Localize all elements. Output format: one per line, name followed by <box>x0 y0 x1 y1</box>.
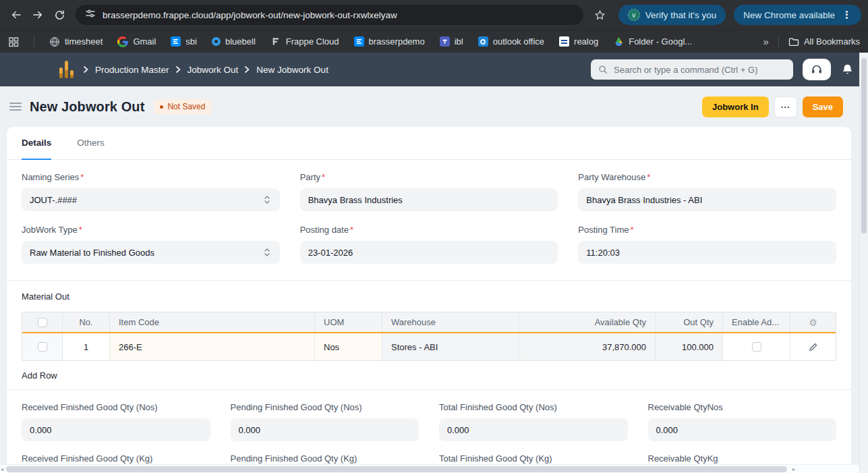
browser-menu-icon[interactable]: ⋮ <box>842 9 852 21</box>
vertical-scrollbar-thumb[interactable] <box>861 58 867 233</box>
horizontal-scrollbar-thumb[interactable] <box>6 466 787 472</box>
globe-icon <box>49 36 60 47</box>
bookmark-gmail[interactable]: Gmail <box>117 36 156 47</box>
bookmark-outlook[interactable]: outlook office <box>478 36 544 47</box>
col-warehouse: Warehouse <box>382 312 519 332</box>
vertical-scrollbar[interactable] <box>859 53 868 473</box>
breadcrumb-new-jobwork-out[interactable]: New Jobwork Out <box>256 65 328 75</box>
bookmark-brasserpdemo[interactable]: brasserpdemo <box>354 36 425 47</box>
update-label: New Chrome available <box>743 10 835 20</box>
chrome-update-button[interactable]: New Chrome available ⋮ <box>734 5 861 25</box>
col-out-qty: Out Qty <box>655 312 722 332</box>
sidebar-toggle-icon[interactable] <box>9 103 22 111</box>
app-logo[interactable] <box>59 61 74 78</box>
field-posting-date: Posting date* 23-01-2026 <box>300 225 558 264</box>
bookmarks-bar: timesheet Gmail sbi bluebell Frappe Clou… <box>0 30 868 53</box>
save-button[interactable]: Save <box>803 96 843 117</box>
required-marker: * <box>79 225 82 235</box>
posting-time-input[interactable]: 11:20:03 <box>578 241 836 264</box>
bookmark-timesheet[interactable]: timesheet <box>49 36 103 47</box>
realog-icon <box>559 36 569 47</box>
bookmarks-overflow-chevron[interactable]: » <box>763 36 769 47</box>
bookmark-realog[interactable]: realog <box>559 36 598 47</box>
bookmark-sbi[interactable]: sbi <box>171 36 197 47</box>
cell-warehouse[interactable]: Stores - ABI <box>382 333 519 360</box>
field-received-fg-nos: Received Finished Good Qty (Nos) 0.000 <box>22 402 210 441</box>
bookmark-label: timesheet <box>65 36 103 47</box>
breadcrumb-production-master[interactable]: Production Master <box>95 65 169 75</box>
teams-icon <box>440 36 450 47</box>
party-warehouse-input[interactable]: Bhavya Brass Industries - ABI <box>578 188 836 211</box>
required-marker: * <box>630 225 633 235</box>
apps-grid-icon[interactable] <box>8 36 19 47</box>
posting-date-input[interactable]: 23-01-2026 <box>300 241 558 264</box>
profile-avatar: v <box>628 9 640 21</box>
bookmark-star-icon[interactable] <box>590 9 610 21</box>
row-checkbox[interactable] <box>38 342 47 352</box>
page-title: New Jobwork Out <box>30 99 144 115</box>
cell-uom[interactable]: Nos <box>314 333 382 360</box>
breadcrumb-chevron-icon <box>175 65 181 74</box>
add-row-button[interactable]: Add Row <box>22 361 836 389</box>
party-input[interactable]: Bhavya Brass Industries <box>300 188 558 211</box>
cell-no[interactable]: 1 <box>62 333 109 360</box>
field-receivable-qty-nos: Receivable QtyNos 0.000 <box>648 402 837 441</box>
more-actions-button[interactable]: ... <box>774 96 797 117</box>
drive-icon <box>613 36 624 47</box>
bookmark-label: Frappe Cloud <box>286 36 339 47</box>
bookmark-label: realog <box>574 36 598 47</box>
cell-available-qty: 37,870.000 <box>519 333 655 360</box>
forward-icon[interactable] <box>28 5 47 24</box>
cell-item-code[interactable]: 266-E <box>109 333 314 360</box>
breadcrumb-chevron-icon <box>83 65 89 74</box>
select-all-checkbox[interactable] <box>38 318 47 327</box>
verify-button[interactable]: v Verify that it's you <box>618 5 726 25</box>
scroll-right-arrow-icon[interactable]: ▸ <box>792 466 795 472</box>
horizontal-scrollbar[interactable]: ◂ ▸ <box>0 464 859 473</box>
col-available-qty: Available Qty <box>519 312 655 332</box>
all-bookmarks-button[interactable]: All Bookmarks <box>788 36 860 47</box>
bookmark-label: sbi <box>185 36 197 47</box>
folder-icon <box>788 36 799 47</box>
col-item-code: Item Code <box>109 312 314 332</box>
required-marker: * <box>80 172 84 182</box>
bookmark-ibl[interactable]: ibl <box>440 36 463 47</box>
edit-row-icon[interactable] <box>808 342 818 352</box>
settings-gear-icon[interactable]: ⚙ <box>809 317 817 328</box>
field-pending-fg-nos: Pending Finished Good Qty (Nos) 0.000 <box>231 402 419 441</box>
browser-toolbar: brasserpdemo.frappe.cloud/app/jobwork-ou… <box>0 0 868 30</box>
tab-others[interactable]: Others <box>77 127 105 160</box>
table-header-row: No. Item Code UOM Warehouse Available Qt… <box>22 312 836 333</box>
notifications-bell-icon[interactable] <box>842 63 853 76</box>
address-bar[interactable]: brasserpdemo.frappe.cloud/app/jobwork-ou… <box>76 5 583 25</box>
scroll-left-arrow-icon[interactable]: ◂ <box>1 466 3 472</box>
enable-checkbox[interactable] <box>752 342 761 352</box>
breadcrumb-jobwork-out[interactable]: Jobwork Out <box>187 65 239 75</box>
material-out-label: Material Out <box>22 291 836 302</box>
tab-details[interactable]: Details <box>22 127 51 160</box>
divider <box>778 36 779 47</box>
col-uom: UOM <box>314 312 382 332</box>
required-marker: * <box>647 172 650 182</box>
cell-out-qty[interactable]: 100.000 <box>655 333 722 360</box>
verify-label: Verify that it's you <box>645 10 716 20</box>
total-fg-nos-input: 0.000 <box>439 418 628 441</box>
bookmark-google-folder[interactable]: Folder - Googl... <box>613 36 692 47</box>
erpnext-icon <box>171 36 181 47</box>
navbar-search-input[interactable]: Search or type a command (Ctrl + G) <box>591 59 793 80</box>
help-button[interactable] <box>803 59 831 80</box>
back-icon[interactable] <box>7 5 26 24</box>
site-settings-icon[interactable] <box>85 8 96 22</box>
jobwork-type-select[interactable]: Raw Material to Finished Goods <box>22 241 280 264</box>
divider <box>34 36 34 47</box>
bookmark-bluebell[interactable]: bluebell <box>212 36 256 47</box>
naming-series-select[interactable]: JOUT-.#### <box>22 188 280 211</box>
field-party: Party* Bhavya Brass Industries <box>300 172 558 211</box>
bookmark-label: Gmail <box>133 36 156 47</box>
field-posting-time: Posting Time* 11:20:03 <box>578 225 836 264</box>
bookmark-label: ibl <box>455 36 463 47</box>
jobwork-in-button[interactable]: Jobwork In <box>702 96 769 117</box>
search-icon <box>598 65 608 74</box>
bookmark-frappe-cloud[interactable]: Frappe Cloud <box>270 36 339 47</box>
reload-icon[interactable] <box>50 5 69 24</box>
